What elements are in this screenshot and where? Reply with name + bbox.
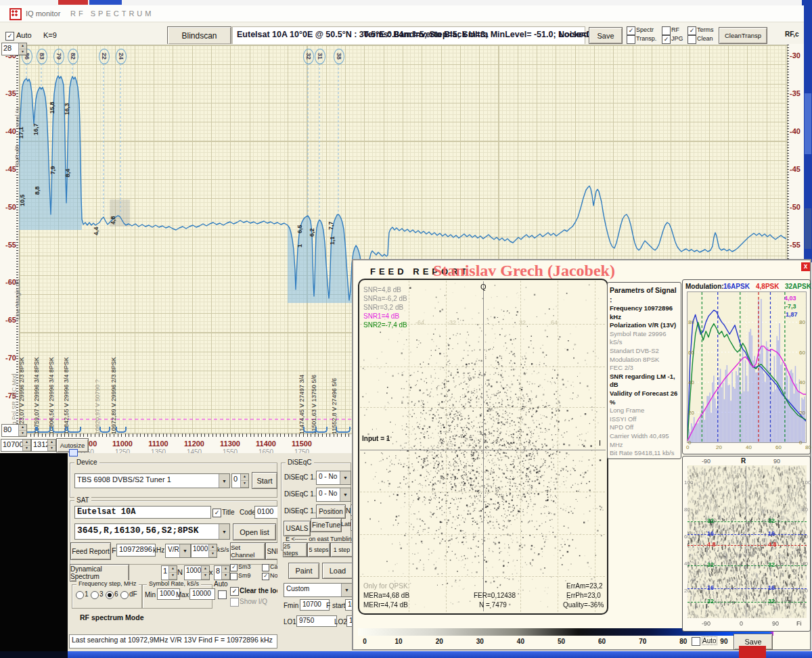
modulation-panel: Modulation: 16APSK 4,8PSK 32APSK 4,03 -7… bbox=[682, 279, 811, 454]
phase-noise-texture bbox=[687, 465, 807, 618]
quality-scale-number: 0 bbox=[358, 638, 371, 645]
stepdf-radio[interactable] bbox=[120, 591, 129, 599]
step3-radio[interactable] bbox=[91, 591, 99, 599]
frequency-field[interactable]: 10972896 bbox=[116, 544, 156, 557]
level-bottom-spinner[interactable]: 80▲▼ bbox=[1, 424, 27, 437]
open-list-button[interactable]: Open list bbox=[233, 523, 276, 540]
noise-checkbox[interactable]: ✓ bbox=[262, 573, 269, 580]
background-window-blue2 bbox=[802, 0, 812, 5]
steps25-button[interactable]: 25 steps bbox=[283, 542, 307, 557]
signal-param-line: FEC 2/3 bbox=[610, 364, 679, 373]
signal-param-line: ISSYI Off bbox=[610, 415, 679, 424]
r-mod-line-label: 16 bbox=[707, 530, 714, 537]
r-mod-line-label: 32 bbox=[707, 517, 714, 524]
constellation-gridline bbox=[360, 534, 605, 535]
set-channel-button[interactable]: Set Channel bbox=[230, 542, 265, 560]
clear-loop-checkbox[interactable]: ✓ bbox=[230, 587, 239, 596]
desktop-strip bbox=[804, 5, 812, 262]
onlyqpsk-label: Only for QPSK: bbox=[363, 582, 409, 590]
step6-radio[interactable] bbox=[106, 591, 114, 599]
transp-checkbox[interactable] bbox=[627, 35, 635, 44]
sr-spinner[interactable]: 1000▲▼ bbox=[191, 544, 217, 558]
transponder-marker[interactable]: 24 bbox=[116, 49, 127, 64]
fstart-spinner[interactable]: 10700▲▼ bbox=[1, 439, 31, 452]
transponder-row-label: 10972,89 V 29996 2/3 8PSK bbox=[110, 357, 117, 434]
transponder-marker[interactable]: 83 bbox=[37, 49, 47, 64]
q-axis-label: Q bbox=[480, 283, 487, 291]
signal-param-line: Modulation 8PSK bbox=[610, 356, 679, 365]
transponder-marker[interactable]: 38 bbox=[334, 49, 344, 64]
points-spinner[interactable]: 1312▲▼ bbox=[31, 439, 56, 452]
rf-checkbox[interactable] bbox=[662, 26, 671, 35]
sm3-checkbox[interactable]: ✓ bbox=[230, 564, 238, 571]
showiq-checkbox[interactable] bbox=[230, 598, 239, 607]
polarization-combo[interactable]: V/R▼ bbox=[165, 544, 191, 558]
step1-radio[interactable] bbox=[76, 591, 84, 599]
snr-readout: SNRr=3,2 dB bbox=[363, 303, 407, 312]
spectr-checkbox[interactable]: ✓ bbox=[627, 26, 635, 35]
quality-scale-number: 30 bbox=[473, 638, 487, 645]
finetune-button[interactable]: FineTune bbox=[311, 518, 342, 532]
transponder-bracket bbox=[336, 427, 351, 433]
transponder-marker[interactable]: 31 bbox=[315, 49, 325, 64]
diseqc11-combo[interactable]: 0 - No▼ bbox=[316, 488, 351, 502]
mod-y-tick-right: 20 bbox=[799, 410, 805, 416]
lo2-label: LO2 bbox=[334, 618, 347, 626]
rf-axis-caption: RF,c bbox=[785, 30, 799, 38]
cleantransp-button[interactable]: CleanTransp bbox=[719, 27, 767, 44]
taskbar-red-item[interactable] bbox=[739, 646, 766, 658]
device-index-spinner[interactable]: 0▲▼ bbox=[231, 473, 249, 488]
terms-checkbox[interactable]: ✓ bbox=[687, 26, 696, 35]
fmin-field[interactable]: 10700 bbox=[300, 599, 330, 611]
paint-button[interactable]: Paint bbox=[288, 563, 319, 579]
transponder-row-label: 10806,56 V 29996 3/4 8PSK bbox=[48, 357, 55, 434]
calibr-checkbox[interactable] bbox=[262, 564, 269, 571]
start-button[interactable]: Start bbox=[252, 472, 277, 489]
transponder-marker[interactable]: 82 bbox=[68, 49, 78, 64]
auto-checkbox[interactable]: ✓ bbox=[5, 32, 14, 41]
phase-auto-checkbox[interactable] bbox=[692, 637, 700, 646]
blindscan-button[interactable]: Blindscan bbox=[167, 26, 231, 45]
sm9-checkbox[interactable] bbox=[230, 573, 238, 580]
step1-button[interactable]: 1 step bbox=[330, 542, 353, 557]
axis-caption: Level,% bbox=[14, 108, 21, 129]
dynamical-spectrum-button[interactable]: Dynamical Spectrum bbox=[70, 564, 129, 582]
sr-auto-checkbox[interactable] bbox=[218, 590, 227, 599]
title-label: Title bbox=[222, 509, 235, 516]
usals-button[interactable]: USALS bbox=[284, 521, 311, 536]
title-checkbox[interactable]: ✓ bbox=[212, 509, 221, 517]
x-spinner[interactable]: 8▲▼ bbox=[214, 565, 230, 580]
transponder-marker[interactable]: 22 bbox=[99, 49, 110, 64]
save-button[interactable]: Save bbox=[589, 27, 623, 44]
mini-chart-icon[interactable] bbox=[69, 449, 78, 456]
device-combo[interactable]: TBS 6908 DVBS/S2 Tuner 1▼ bbox=[74, 473, 230, 488]
loop-spinner[interactable]: 1▲▼ bbox=[161, 565, 177, 580]
clean-checkbox[interactable] bbox=[687, 35, 696, 44]
jpg-checkbox[interactable]: ✓ bbox=[662, 35, 671, 44]
code-field[interactable]: 0100 bbox=[254, 506, 279, 519]
y-axis-label-right: -50 bbox=[790, 203, 805, 211]
steps5-button[interactable]: 5 steps bbox=[307, 542, 330, 557]
position-button[interactable]: Position bbox=[316, 504, 346, 519]
transponder-bracket bbox=[116, 427, 127, 433]
lo1-field[interactable]: 9750 bbox=[296, 615, 337, 627]
taskbar[interactable] bbox=[0, 651, 812, 658]
r-mod-line bbox=[687, 545, 807, 546]
sm9-label: Sm9 bbox=[238, 572, 251, 579]
close-icon[interactable]: x bbox=[801, 262, 810, 271]
mod-val-3: 1,87 bbox=[786, 311, 798, 318]
sat-name-field[interactable]: Eutelsat 10A bbox=[74, 506, 211, 519]
level-top-spinner[interactable]: 28▲▼ bbox=[1, 43, 27, 55]
diseqc10-label: DiSEqC 1.0 bbox=[284, 473, 319, 481]
n-spinner[interactable]: 1000▲▼ bbox=[184, 565, 210, 580]
diseqc10-combo[interactable]: 0 - No▼ bbox=[316, 471, 351, 485]
r-mod-line-label: 32 bbox=[768, 517, 775, 524]
load-button[interactable]: Load bbox=[322, 563, 353, 579]
max-field[interactable]: 10000 bbox=[189, 588, 215, 600]
feed-report-button[interactable]: Feed Report bbox=[70, 542, 111, 560]
transponder-marker[interactable]: 79 bbox=[53, 49, 64, 64]
band-combo[interactable]: Custom▼ bbox=[284, 583, 353, 597]
peak-value-label: 17,1 bbox=[18, 126, 24, 139]
transponder-combo[interactable]: 3645,R,16130,56,S2;8PSK▼ bbox=[74, 523, 230, 540]
transponder-marker[interactable]: 32 bbox=[303, 49, 314, 64]
